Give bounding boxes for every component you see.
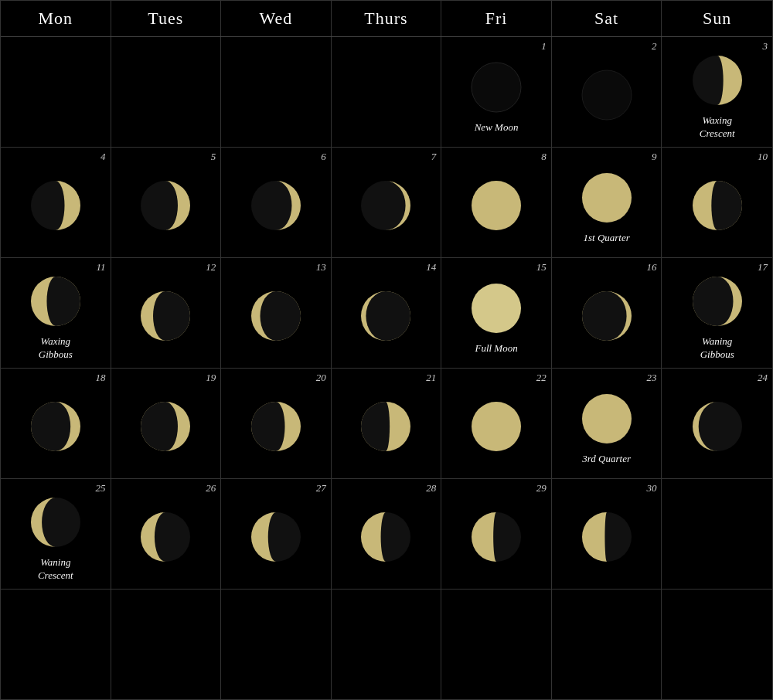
day-cell-1: 1New Moon	[441, 37, 552, 147]
day-number: 16	[646, 261, 656, 274]
svg-point-16	[472, 284, 521, 333]
day-cell-10: 10	[662, 148, 772, 257]
day-header-sun: Sun	[662, 1, 772, 36]
moon-icon	[686, 49, 748, 111]
moon-phase-label: 3rd Quarter	[582, 453, 631, 466]
moon-phase-label: 1st Quarter	[583, 232, 629, 245]
moon-icon	[576, 388, 638, 450]
day-cell-empty	[662, 479, 772, 589]
day-cell-empty	[111, 37, 222, 147]
day-cell-25: 25 WaningCrescent	[1, 479, 111, 589]
moon-calendar: MonTuesWedThursFriSatSun 1New Moon23 Wax…	[0, 0, 773, 700]
day-number: 27	[316, 482, 326, 494]
day-number: 15	[536, 261, 547, 274]
day-header-thurs: Thurs	[332, 1, 442, 36]
day-cell-14: 14	[332, 258, 442, 368]
moon-phase-label: WaningCrescent	[38, 556, 73, 583]
moon-icon	[25, 270, 87, 332]
moon-icon	[25, 491, 87, 553]
day-cell-26: 26	[111, 479, 222, 589]
day-cell-20: 20	[221, 369, 332, 478]
day-cell-28: 28	[332, 479, 442, 589]
calendar-header: MonTuesWedThursFriSatSun	[1, 1, 772, 37]
day-number: 28	[426, 482, 436, 494]
day-cell-8: 8	[441, 148, 552, 257]
day-number: 10	[758, 151, 768, 163]
moon-icon	[576, 167, 638, 229]
moon-icon	[135, 506, 196, 568]
moon-phase-label: Full Moon	[475, 342, 517, 355]
day-cell-empty	[1, 590, 111, 699]
day-number: 20	[316, 372, 326, 384]
moon-icon	[245, 506, 307, 568]
day-cell-30: 30	[552, 479, 662, 589]
day-number: 12	[206, 261, 216, 274]
day-cell-16: 16	[552, 258, 662, 368]
day-cell-empty	[221, 590, 332, 699]
day-cell-empty	[221, 37, 332, 147]
day-cell-9: 9 1st Quarter	[552, 148, 662, 257]
week-row-0: 1New Moon23 WaxingCrescent	[1, 37, 772, 148]
moon-icon	[576, 64, 638, 126]
day-number: 2	[652, 40, 657, 53]
moon-icon	[25, 396, 87, 457]
moon-icon	[465, 396, 527, 457]
day-number: 26	[206, 482, 216, 494]
day-cell-empty	[1, 37, 111, 147]
day-number: 22	[536, 372, 547, 384]
day-number: 5	[211, 151, 216, 163]
moon-icon	[25, 175, 87, 236]
moon-phase-label: WaxingGibbous	[39, 335, 73, 362]
day-cell-11: 11 WaxingGibbous	[1, 258, 111, 368]
day-number: 17	[758, 261, 768, 274]
week-row-5	[1, 590, 772, 699]
day-number: 8	[541, 151, 547, 163]
day-cell-21: 21	[332, 369, 442, 478]
day-header-mon: Mon	[1, 1, 111, 36]
day-number: 11	[97, 261, 106, 274]
day-cell-23: 23 3rd Quarter	[552, 369, 662, 478]
day-cell-19: 19	[111, 369, 222, 478]
day-cell-17: 17 WaningGibbous	[662, 258, 772, 368]
day-cell-2: 2	[552, 37, 662, 147]
day-cell-24: 24	[662, 369, 772, 478]
day-number: 18	[96, 372, 106, 384]
day-number: 7	[431, 151, 437, 163]
day-cell-4: 4	[1, 148, 111, 257]
week-row-3: 18 19 20 21 22 23 3rd Quarter24	[1, 369, 772, 479]
moon-icon	[465, 56, 527, 118]
moon-icon	[465, 277, 527, 339]
moon-icon	[245, 396, 307, 457]
day-cell-empty	[552, 590, 662, 699]
moon-icon	[245, 285, 307, 347]
day-cell-12: 12	[111, 258, 222, 368]
day-cell-29: 29	[441, 479, 552, 589]
week-row-4: 25 WaningCrescent26 27 28 29 30	[1, 479, 772, 590]
day-cell-6: 6	[221, 148, 332, 257]
day-header-tues: Tues	[111, 1, 222, 36]
weeks-container: 1New Moon23 WaxingCrescent4 5 6 7 8 9	[1, 37, 772, 699]
day-number: 1	[541, 40, 547, 53]
day-cell-empty	[332, 590, 442, 699]
day-number: 9	[652, 151, 657, 163]
day-number: 13	[316, 261, 326, 274]
moon-icon	[135, 396, 196, 457]
day-header-fri: Fri	[441, 1, 552, 36]
moon-phase-label: WaxingCrescent	[700, 114, 735, 141]
moon-icon	[686, 175, 748, 236]
moon-icon	[576, 506, 638, 568]
day-number: 24	[758, 372, 768, 384]
day-number: 19	[206, 372, 216, 384]
day-header-sat: Sat	[552, 1, 662, 36]
day-header-wed: Wed	[221, 1, 332, 36]
moon-phase-label: New Moon	[475, 121, 519, 134]
week-row-2: 11 WaxingGibbous12 13 14 15Full Moon16 1…	[1, 258, 772, 369]
day-cell-22: 22	[441, 369, 552, 478]
day-cell-18: 18	[1, 369, 111, 478]
moon-icon	[355, 175, 417, 236]
day-number: 21	[426, 372, 436, 384]
day-cell-27: 27	[221, 479, 332, 589]
day-cell-empty	[111, 590, 222, 699]
moon-phase-label: WaningGibbous	[700, 335, 734, 362]
moon-icon	[355, 506, 417, 568]
